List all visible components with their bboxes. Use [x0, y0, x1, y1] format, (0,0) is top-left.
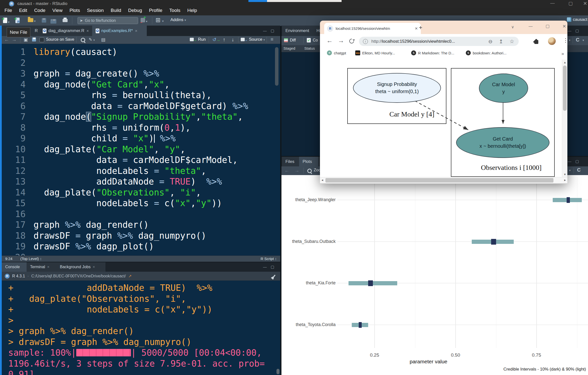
- code-line-7[interactable]: 7 dag_node("Signup Probability","theta",: [2, 112, 280, 122]
- open-folder-link-icon[interactable]: ↗: [128, 274, 132, 278]
- close-icon[interactable]: ✕: [47, 265, 49, 269]
- browser-back-icon[interactable]: ←: [326, 37, 333, 44]
- plot-forward-icon[interactable]: →: [294, 168, 299, 173]
- source-on-save-checkbox[interactable]: [39, 38, 44, 42]
- share-icon[interactable]: ↥: [499, 38, 503, 44]
- zoom-out-icon[interactable]: ⊖: [488, 38, 493, 44]
- bookmark-wu[interactable]: wuElkton, MD Hourly...: [355, 50, 395, 55]
- pane-minmax-buttons[interactable]: — ▢: [568, 29, 580, 33]
- save-button[interactable]: [42, 18, 46, 24]
- run-previous-icon[interactable]: ↑: [223, 37, 225, 42]
- browser-vscrollbar[interactable]: ▲ ▼: [562, 60, 567, 177]
- new-tab-button[interactable]: +: [419, 24, 422, 31]
- compile-report-icon[interactable]: ▤: [101, 37, 105, 42]
- bookmark-bookdown[interactable]: Sbookdown: Authori...: [466, 50, 507, 55]
- browser-tab[interactable]: R localhost:15296/session/viewhtm ✕: [324, 23, 421, 34]
- scroll-up-icon[interactable]: ▲: [562, 60, 567, 64]
- code-line-12[interactable]: 12 nodeLabels = "theta",: [2, 166, 280, 177]
- menu-help[interactable]: Help: [184, 6, 200, 14]
- code-line-9[interactable]: 9 child = "x") %>%: [2, 133, 280, 144]
- git-refresh-icon[interactable]: C: [576, 37, 579, 43]
- git-refresh-more[interactable]: ▾: [583, 38, 584, 42]
- menu-profile[interactable]: Profile: [146, 6, 166, 14]
- zoom-plot-icon[interactable]: [307, 169, 312, 173]
- code-tools-icon[interactable]: ✎ ▾: [89, 37, 95, 42]
- browser-maximize-button[interactable]: ▢: [546, 24, 549, 29]
- code-line-19[interactable]: 19drawsDF %>% dagp_plot(): [2, 241, 280, 252]
- scope-selector[interactable]: (Top Level) ↕: [20, 257, 42, 261]
- bookmark-bookdown[interactable]: SR Markdown: The D...: [411, 50, 454, 55]
- goto-file-input[interactable]: ➤ Go to file/function: [78, 17, 138, 24]
- browser-forward-icon[interactable]: →: [338, 37, 344, 44]
- menu-plots[interactable]: Plots: [66, 6, 83, 14]
- diff-button[interactable]: Diff: [284, 38, 296, 42]
- scroll-left-icon[interactable]: ◄: [321, 179, 324, 182]
- plot-refresh-icon[interactable]: C: [577, 167, 581, 173]
- browser-menu-icon[interactable]: ⋮: [563, 37, 568, 44]
- run-button[interactable]: Run: [198, 37, 206, 42]
- site-info-icon[interactable]: i: [363, 39, 368, 44]
- menu-debug[interactable]: Debug: [125, 6, 146, 14]
- window-maximize-button[interactable]: ▢: [568, 0, 573, 6]
- menu-view[interactable]: View: [49, 6, 66, 14]
- tab-close-icon[interactable]: ✕: [415, 26, 418, 31]
- window-minimize-button[interactable]: —: [550, 0, 555, 6]
- menu-session[interactable]: Session: [83, 6, 107, 14]
- extensions-icon[interactable]: [534, 40, 538, 44]
- publish-more[interactable]: ▾: [569, 169, 571, 172]
- console-scrollbar[interactable]: [276, 369, 279, 374]
- tab-search-chevron[interactable]: ∨: [511, 25, 514, 29]
- code-line-1[interactable]: 1library(causact): [2, 47, 280, 58]
- git-toolbar-more[interactable]: ▾: [569, 38, 570, 42]
- bookmark-star-icon[interactable]: ☆: [510, 38, 514, 44]
- rerun-icon[interactable]: ↺→: [212, 37, 220, 42]
- code-line-18[interactable]: 18drawsDF = graph %>% dag_numpyro(): [2, 230, 280, 241]
- menu-build[interactable]: Build: [107, 6, 125, 14]
- pane-minmax-buttons[interactable]: — ▢: [263, 29, 276, 33]
- code-line-6[interactable]: 6 data = carModelDF$getCard) %>%: [2, 101, 280, 112]
- file-type-selector[interactable]: R Script ↕: [261, 257, 277, 261]
- code-line-14[interactable]: 14 dag_plate("Observations", "i",: [2, 187, 280, 198]
- code-line-4[interactable]: 4 dag_node("Get Card","x",: [2, 79, 280, 90]
- git-dropdown-button[interactable]: ▾: [141, 18, 147, 23]
- popout-icon[interactable]: ▣: [24, 37, 28, 42]
- close-icon[interactable]: ✕: [86, 29, 89, 33]
- open-file-button[interactable]: ▾: [28, 18, 36, 23]
- print-button[interactable]: [63, 19, 68, 23]
- close-icon[interactable]: ✕: [135, 29, 138, 33]
- addins-dropdown[interactable]: Addins ▾: [170, 17, 186, 22]
- source-button[interactable]: Source ▾: [249, 37, 265, 42]
- window-close-button[interactable]: ✕: [583, 0, 587, 6]
- editor-tab-dag-diagrammer[interactable]: Rdag_diagrammer.R✕: [39, 26, 99, 36]
- code-line-10[interactable]: 10 dag_plate("Car Model", "y",: [2, 144, 280, 155]
- profile-avatar[interactable]: [548, 37, 556, 45]
- run-icon[interactable]: →: [190, 38, 197, 42]
- code-line-11[interactable]: 11 data = carModelDF$carModel,: [2, 155, 280, 166]
- browser-hscrollbar[interactable]: ◄ ►: [320, 177, 567, 184]
- save-all-button[interactable]: [50, 18, 56, 25]
- bookmark-chatgpt[interactable]: ✳chatgpt: [327, 50, 346, 55]
- code-line-17[interactable]: 17graph %>% dag_render(): [2, 220, 280, 230]
- new-project-button[interactable]: +R: [15, 18, 20, 24]
- close-icon[interactable]: ✕: [93, 265, 95, 269]
- browser-close-button[interactable]: ✕: [562, 24, 566, 29]
- project-menu-button[interactable]: causact: [567, 17, 588, 22]
- scroll-down-icon[interactable]: ▼: [562, 173, 567, 176]
- bookmarks-overflow[interactable]: »: [561, 51, 564, 56]
- hscroll-thumb[interactable]: [325, 178, 553, 183]
- browser-minimize-button[interactable]: —: [529, 24, 533, 29]
- run-next-icon[interactable]: ↓: [232, 37, 234, 42]
- commit-button[interactable]: ✓ Co: [307, 38, 318, 42]
- code-line-15[interactable]: 15 nodeLabels = c("x","y")): [2, 198, 280, 209]
- new-file-button[interactable]: + ▾: [3, 18, 9, 24]
- code-line-8[interactable]: 8 rhs = uniform(0,1),: [2, 122, 280, 133]
- clear-console-icon[interactable]: [273, 275, 275, 277]
- browser-reload-icon[interactable]: [348, 38, 355, 44]
- code-line-13[interactable]: 13 addDataNode = TRUE) %>%: [2, 176, 280, 187]
- code-line-2[interactable]: 2: [2, 58, 280, 69]
- code-line-16[interactable]: 16: [2, 209, 280, 220]
- vscroll-thumb[interactable]: [563, 66, 567, 111]
- plot-back-icon[interactable]: ←: [284, 168, 289, 173]
- outline-icon[interactable]: ≡: [271, 37, 274, 42]
- code-editor[interactable]: 1library(causact)23graph = dag_create() …: [2, 44, 280, 259]
